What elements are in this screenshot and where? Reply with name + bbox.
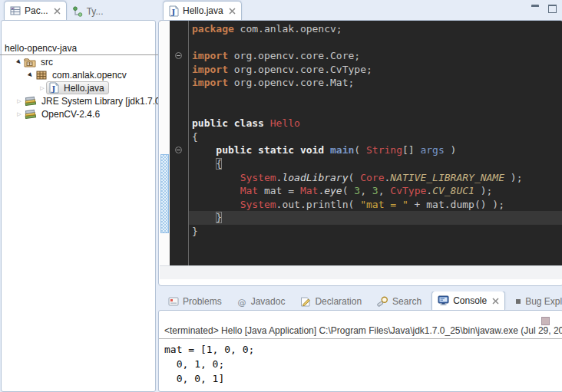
console-icon bbox=[438, 295, 449, 306]
code-token: public static void bbox=[216, 144, 330, 156]
bottom-tab-label: Search bbox=[392, 296, 422, 307]
minimize-button[interactable] bbox=[530, 5, 541, 13]
code-line[interactable]: public static void main( String[] args ) bbox=[189, 143, 562, 157]
src-folder-icon bbox=[24, 57, 36, 68]
close-icon[interactable] bbox=[229, 8, 236, 15]
maximize-button[interactable] bbox=[547, 5, 557, 13]
code-area[interactable]: package com.anlak.opencv; import org.ope… bbox=[189, 21, 562, 265]
code-line[interactable]: System.out.println( "mat = " + mat.dump(… bbox=[189, 198, 562, 212]
code-line[interactable]: Mat mat = Mat.eye( 3, 3, CvType.CV_8UC1 … bbox=[189, 184, 562, 198]
code-token: import bbox=[192, 50, 228, 61]
code-line[interactable]: public class Hello bbox=[189, 117, 562, 130]
code-token: eye bbox=[324, 185, 342, 196]
tree-item-label: Hello.java bbox=[62, 83, 106, 94]
search-icon bbox=[377, 296, 388, 307]
code-line[interactable]: import org.opencv.core.CvType; bbox=[189, 63, 562, 77]
code-line[interactable]: package com.anlak.opencv; bbox=[189, 22, 562, 36]
library-icon bbox=[24, 108, 37, 120]
code-line[interactable]: System.loadLibrary( Core.NATIVE_LIBRARY_… bbox=[189, 171, 562, 185]
console-tab-row: Problems@JavadocDeclarationSearchConsole… bbox=[163, 292, 562, 310]
code-token: Mat bbox=[240, 185, 258, 196]
annotation-ruler[interactable] bbox=[160, 21, 170, 265]
expand-arrow-icon[interactable]: ▶ bbox=[26, 72, 35, 78]
code-token: System bbox=[240, 199, 276, 210]
code-token: 3 bbox=[372, 185, 379, 196]
code-line[interactable] bbox=[189, 36, 562, 50]
editor-content[interactable]: package com.anlak.opencv; import org.ope… bbox=[160, 21, 562, 265]
console-header-divider bbox=[159, 338, 562, 339]
tab-hello-java[interactable]: J Hello.java bbox=[163, 1, 242, 20]
code-token: CV_8UC1 bbox=[432, 185, 474, 196]
tab-javadoc[interactable]: @Javadoc bbox=[232, 293, 291, 310]
tab-declaration[interactable]: Declaration bbox=[295, 293, 367, 310]
code-token: loadLibrary bbox=[282, 172, 348, 183]
code-line[interactable] bbox=[189, 104, 562, 117]
maximize-icon bbox=[548, 5, 557, 13]
code-line[interactable]: import org.opencv.core.Core; bbox=[189, 49, 562, 63]
problems-icon bbox=[168, 297, 179, 306]
code-token: org.opencv.core.Core; bbox=[228, 50, 360, 61]
code-token: } bbox=[192, 226, 198, 237]
tab-problems[interactable]: Problems bbox=[163, 293, 227, 310]
tab-console[interactable]: Console bbox=[431, 292, 505, 310]
tab-bug-explorer[interactable]: Bug Explorer bbox=[510, 293, 562, 310]
editor-tab-label: Hello.java bbox=[183, 5, 223, 16]
close-icon[interactable] bbox=[492, 298, 499, 305]
code-token: Mat bbox=[300, 185, 318, 196]
fold-gutter[interactable] bbox=[170, 21, 189, 265]
package-explorer-icon bbox=[10, 5, 21, 16]
fold-marker-icon[interactable] bbox=[175, 52, 182, 59]
expand-arrow-icon[interactable]: ▷ bbox=[15, 111, 24, 117]
tab-search[interactable]: Search bbox=[372, 293, 427, 310]
view-tab-ty-[interactable]: Ty... bbox=[67, 3, 109, 20]
svg-text:@: @ bbox=[237, 297, 246, 307]
code-token: ( bbox=[349, 172, 361, 183]
code-token bbox=[192, 185, 240, 196]
code-token: { bbox=[216, 158, 222, 170]
bottom-tab-label: Bug Explorer bbox=[525, 296, 562, 307]
tree-item-label: com.anlak.opencv bbox=[51, 70, 128, 81]
code-token bbox=[192, 144, 216, 156]
code-line[interactable]: } bbox=[189, 225, 562, 239]
expand-arrow-icon[interactable]: ▶ bbox=[15, 59, 24, 65]
horizontal-scrollbar[interactable] bbox=[160, 265, 562, 279]
code-line[interactable]: { bbox=[189, 130, 562, 144]
bug-bullet-icon bbox=[515, 298, 521, 305]
expand-arrow-icon[interactable]: ▷ bbox=[15, 98, 24, 104]
code-line[interactable] bbox=[189, 90, 562, 104]
console-output-line: 0, 1, 0; bbox=[164, 357, 562, 371]
editor-panel: package com.anlak.opencv; import org.ope… bbox=[158, 20, 562, 286]
package-icon bbox=[35, 70, 48, 81]
code-token: .out.println( bbox=[276, 199, 361, 210]
console-output[interactable]: mat = [1, 0, 0; 0, 1, 0; 0, 0, 1] bbox=[164, 342, 562, 391]
bottom-tab-label: Problems bbox=[183, 296, 222, 307]
minimize-icon bbox=[531, 5, 539, 9]
bottom-tab-label: Javadoc bbox=[251, 296, 286, 307]
java-file-icon: J bbox=[169, 5, 179, 17]
code-token bbox=[192, 158, 216, 170]
code-token: , bbox=[379, 185, 391, 196]
terminate-button[interactable] bbox=[541, 317, 550, 325]
code-token: CvType bbox=[390, 185, 426, 196]
java-file-icon: J bbox=[49, 82, 59, 94]
code-token: { bbox=[192, 131, 198, 143]
code-line[interactable]: } bbox=[189, 211, 562, 225]
code-line[interactable]: import org.opencv.core.Mat; bbox=[189, 76, 562, 90]
close-icon[interactable] bbox=[54, 8, 61, 15]
code-token: ); bbox=[504, 172, 522, 183]
code-token: 3 bbox=[354, 185, 360, 196]
range-indicator bbox=[160, 154, 169, 233]
view-tab-label: Ty... bbox=[87, 6, 104, 17]
code-token: ( bbox=[342, 185, 355, 196]
view-tab-pac-[interactable]: Pac... bbox=[4, 1, 67, 20]
code-line[interactable]: { bbox=[189, 157, 562, 171]
console-output-line: 0, 0, 1] bbox=[164, 371, 562, 386]
tree-item-label: OpenCV-2.4.6 bbox=[40, 109, 101, 120]
type-hierarchy-icon bbox=[72, 6, 83, 17]
code-token: import bbox=[192, 64, 228, 75]
bottom-tab-label: Console bbox=[453, 295, 487, 306]
console-output-line: mat = [1, 0, 0; bbox=[164, 342, 562, 357]
code-token: . bbox=[426, 185, 432, 196]
code-token: + mat.dump() ); bbox=[408, 199, 504, 210]
fold-marker-icon[interactable] bbox=[175, 147, 182, 153]
